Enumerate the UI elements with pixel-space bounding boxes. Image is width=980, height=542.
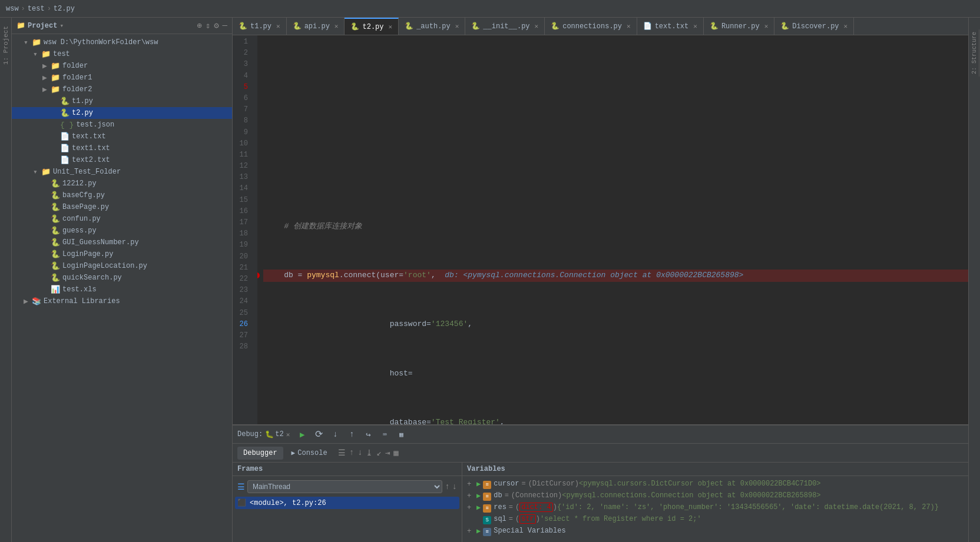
tree-item-folder1[interactable]: ▶ 📁 folder1 [12, 72, 232, 84]
tree-item-loginpagepy[interactable]: ▶ 🐍 LoginPage.py [12, 248, 232, 260]
tab-authpy[interactable]: 🐍 _auth.py ✕ [399, 18, 465, 35]
code-8-db: 'Test_Register' [431, 417, 500, 424]
debug-up-icon[interactable]: ↑ [349, 448, 354, 458]
debug-session-close[interactable]: ✕ [286, 431, 290, 438]
editor-area: 🐍 t1.py ✕ 🐍 api.py ✕ 🐍 t2.py ✕ 🐍 _auth.p… [233, 18, 968, 542]
tab-t1py[interactable]: 🐍 t1.py ✕ [233, 18, 287, 35]
tree-item-12212py[interactable]: ▶ 🐍 12212.py [12, 178, 232, 189]
tab-authpy-close[interactable]: ✕ [455, 22, 459, 30]
project-tab[interactable]: 1: Project [1, 24, 11, 67]
tab-runnerpy[interactable]: 🐍 Runner.py ✕ [704, 18, 774, 35]
debug-step-over-btn[interactable]: ⟳ [312, 428, 325, 441]
code-editor[interactable]: 1 2 3 4 5 6 7 8 9 10 11 12 13 14 15 16 1… [233, 35, 968, 424]
debug-run-to-cursor-btn[interactable]: ↪ [362, 428, 375, 441]
tab-t1py-close[interactable]: ✕ [276, 22, 280, 30]
var-expand-res[interactable]: + [467, 504, 476, 512]
var-item-sql[interactable]: + S sql = (str) 'select * from Register … [465, 514, 966, 526]
sidebar-close-icon[interactable]: — [223, 21, 227, 31]
structure-tab[interactable]: 2: Structure [970, 29, 979, 77]
thread-up-icon[interactable]: ↑ [445, 482, 449, 491]
tree-item-folder[interactable]: ▶ 📁 folder [12, 60, 232, 72]
var-cursor-arrow[interactable]: ▶ [476, 480, 481, 488]
tab-t2py-close[interactable]: ✕ [389, 23, 393, 31]
tree-item-basepagepy[interactable]: ▶ 🐍 BasePage.py [12, 201, 232, 213]
var-item-db[interactable]: + ▶ ≡ db = (Connection) <pymysql.connect… [465, 490, 966, 502]
debug-arrow-icon[interactable]: ⇥ [385, 448, 390, 458]
tab-texttxt-icon: 📄 [643, 22, 652, 31]
var-res-value: {'id': 2, 'name': 'zs', 'phone_number': … [557, 503, 939, 511]
thread-select[interactable]: MainThread [247, 480, 442, 493]
tree-item-guesspy[interactable]: ▶ 🐍 guess.py [12, 225, 232, 237]
tab-apipy-close[interactable]: ✕ [335, 22, 339, 30]
debug-tab-console[interactable]: ▶ Console [286, 447, 333, 460]
debug-down3-icon[interactable]: ↙ [376, 448, 381, 458]
debug-down-icon[interactable]: ↓ [357, 448, 362, 458]
tab-discoverpy[interactable]: 🐍 Discover.py ✕ [774, 18, 854, 35]
tab-initpy[interactable]: 🐍 __init__.py ✕ [465, 18, 545, 35]
debug-frames-btn[interactable]: ▦ [395, 428, 408, 441]
tree-item-folder2[interactable]: ▶ 📁 folder2 [12, 84, 232, 95]
debug-down2-icon[interactable]: ⤓ [366, 448, 373, 458]
var-expand-cursor[interactable]: + [467, 480, 476, 488]
tab-t2py[interactable]: 🐍 t2.py ✕ [345, 18, 399, 35]
debug-evaluate-btn[interactable]: ⌨ [378, 428, 391, 441]
var-item-res[interactable]: + ▶ ≡ res = (dict: 4) {'id': 2, 'name': … [465, 502, 966, 514]
debug-console-icon: ▶ [292, 449, 296, 457]
var-db-arrow[interactable]: ▶ [476, 491, 481, 500]
tree-item-testxls[interactable]: ▶ 📊 test.xls [12, 284, 232, 295]
debug-tab-debugger[interactable]: Debugger [237, 447, 283, 460]
tree-item-unittestfolder[interactable]: ▾ 📁 Unit_Test_Folder [12, 166, 232, 178]
sidebar-collapse-icon[interactable]: ⇕ [206, 21, 210, 31]
tree-item-test[interactable]: ▾ 📁 test [12, 48, 232, 60]
tree-item-guiguessnumpy[interactable]: ▶ 🐍 GUI_GuessNumber.py [12, 237, 232, 248]
tab-discoverpy-close[interactable]: ✕ [844, 22, 848, 30]
tree-item-wsw[interactable]: ▾ 📁 wsw D:\PythonWorkFolder\wsw [12, 36, 232, 48]
sidebar-dropdown-icon[interactable]: ▾ [59, 22, 64, 29]
tab-apipy[interactable]: 🐍 api.py ✕ [287, 18, 345, 35]
tree-item-quicksearchpy[interactable]: ▶ 🐍 quickSearch.py [12, 272, 232, 284]
tab-apipy-label: api.py [304, 22, 330, 31]
code-content[interactable]: # 创建数据库连接对象 db = pymysql.connect(user='r… [257, 35, 968, 424]
debug-list-icon[interactable]: ☰ [338, 448, 346, 458]
tab-connectionspy[interactable]: 🐍 connections.py ✕ [545, 18, 637, 35]
debug-resume-btn[interactable]: ▶ [296, 428, 309, 441]
tab-t2py-icon: 🐍 [350, 22, 359, 31]
sidebar-settings-icon[interactable]: ⚙ [214, 21, 218, 31]
tab-texttxt-close[interactable]: ✕ [693, 22, 697, 30]
tree-item-text2txt[interactable]: ▶ 📄 text2.txt [12, 154, 232, 166]
tab-runnerpy-close[interactable]: ✕ [764, 22, 769, 30]
tree-item-loginpagelocationpy[interactable]: ▶ 🐍 LoginPageLocation.py [12, 260, 232, 272]
frame-item-module[interactable]: ⬛ <module>, t2.py:26 [235, 497, 459, 509]
var-res-arrow[interactable]: ▶ [476, 503, 481, 512]
var-cursor-icon: ≡ [483, 481, 491, 489]
debug-step-out-btn[interactable]: ↑ [345, 428, 358, 441]
debug-table-icon[interactable]: ▦ [393, 448, 398, 458]
tab-initpy-close[interactable]: ✕ [535, 22, 539, 30]
code-8: database= [266, 417, 431, 424]
tree-item-texttxt[interactable]: ▶ 📄 text.txt [12, 131, 232, 142]
var-res-type: (dict: 4) [515, 503, 557, 511]
tree-item-t2py[interactable]: ▶ 🐍 t2.py [12, 107, 232, 119]
frame-item-icon: ⬛ [237, 498, 246, 507]
tree-item-t1py[interactable]: ▶ 🐍 t1.py [12, 95, 232, 107]
sidebar-locate-icon[interactable]: ⊕ [197, 21, 201, 31]
tree-item-text1txt[interactable]: ▶ 📄 text1.txt [12, 142, 232, 154]
var-sql-name: sql [494, 515, 506, 523]
thread-down-icon[interactable]: ↓ [452, 482, 457, 491]
var-special-arrow[interactable]: ▶ [476, 527, 481, 536]
var-expand-special[interactable]: + [467, 527, 476, 536]
tab-texttxt[interactable]: 📄 text.txt ✕ [637, 18, 704, 35]
tree-item-externallibs[interactable]: ▶ 📚 External Libraries [12, 295, 232, 307]
tree-item-testjson[interactable]: ▶ { } test.json [12, 119, 232, 131]
var-item-special[interactable]: + ▶ ≡ Special Variables [465, 526, 966, 537]
var-expand-db[interactable]: + [467, 492, 476, 500]
debug-bar-top: Debug: 🐛 t2 ✕ ▶ ⟳ ↓ ↑ ↪ ⌨ ▦ [233, 425, 968, 444]
debug-step-into-btn[interactable]: ↓ [329, 428, 342, 441]
tree-item-confunpy[interactable]: ▶ 🐍 confun.py [12, 213, 232, 225]
tab-connectionspy-close[interactable]: ✕ [627, 22, 631, 30]
tree-item-basecfgpy[interactable]: ▶ 🐍 baseCfg.py [12, 189, 232, 201]
code-line-1 [263, 73, 968, 85]
sidebar-title: 📁 Project ▾ [16, 21, 64, 30]
var-item-cursor[interactable]: + ▶ ≡ cursor = (DictCursor) <pymysql.cur… [465, 478, 966, 490]
tab-t2py-label: t2.py [362, 23, 383, 31]
